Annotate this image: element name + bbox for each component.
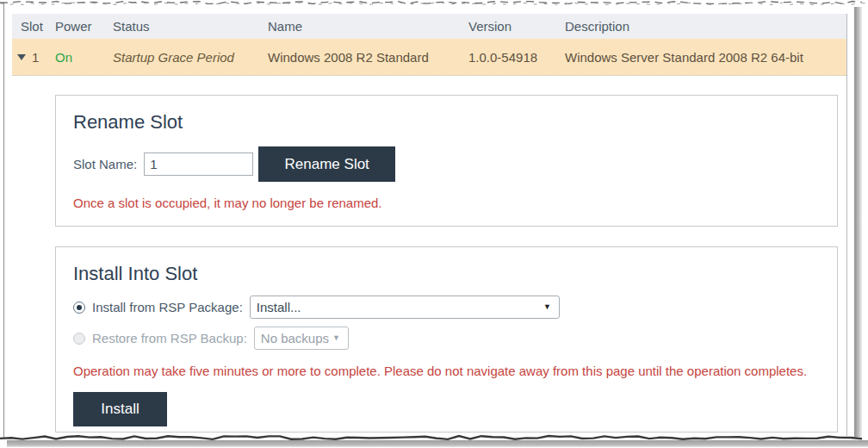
slot-status: Startup Grace Period [113, 50, 234, 65]
collapse-row-icon[interactable] [17, 54, 26, 60]
power-cell: On [55, 50, 113, 65]
status-cell: Startup Grace Period [113, 50, 268, 65]
torn-left-edge [3, 3, 4, 439]
column-header-status: Status [113, 19, 268, 34]
slot-name-label: Slot Name: [73, 157, 137, 171]
column-header-slot: Slot [12, 19, 55, 34]
slot-cell: 1 [12, 50, 55, 65]
column-header-name: Name [268, 19, 468, 34]
column-header-power: Power [55, 19, 113, 34]
rsp-backup-select: No backups ▼ [254, 327, 349, 350]
rename-warning-text: Once a slot is occupied, it may no longe… [73, 196, 837, 210]
install-from-package-radio[interactable] [73, 302, 85, 314]
rsp-backup-select-value: No backups [261, 331, 329, 345]
install-into-slot-panel: Install Into Slot Install from RSP Packa… [55, 246, 838, 432]
power-status: On [55, 50, 72, 65]
install-from-package-label: Install from RSP Package: [92, 300, 243, 314]
page-drop-shadow [854, 7, 862, 437]
rename-slot-title: Rename Slot [73, 111, 837, 134]
restore-from-backup-label: Restore from RSP Backup: [92, 331, 247, 345]
install-into-slot-title: Install Into Slot [73, 263, 837, 285]
rsp-package-select-value: Install... [257, 300, 301, 314]
slot-number: 1 [32, 50, 39, 65]
rsp-package-select[interactable]: Install... ▼ [250, 296, 560, 319]
column-header-version: Version [468, 19, 565, 34]
page: Slot Power Status Name Version Descripti… [4, 5, 855, 437]
version-cell: 1.0.0-54918 [468, 50, 565, 65]
content-area: Slot Power Status Name Version Descripti… [12, 14, 847, 436]
name-cell: Windows 2008 R2 Standard [268, 50, 468, 65]
column-header-description: Description [565, 19, 846, 34]
slot-table-header: Slot Power Status Name Version Descripti… [12, 14, 846, 39]
slot-row[interactable]: 1 On Startup Grace Period Windows 2008 R… [12, 39, 846, 76]
rename-slot-panel: Rename Slot Slot Name: Rename Slot Once … [55, 95, 838, 227]
restore-from-backup-radio [73, 333, 85, 345]
rename-slot-button[interactable]: Rename Slot [258, 146, 395, 182]
install-button[interactable]: Install [73, 392, 167, 426]
description-cell: Windows Server Standard 2008 R2 64-bit [565, 50, 846, 65]
torn-top-edge [0, 0, 868, 7]
dropdown-caret-icon: ▼ [332, 334, 340, 342]
install-warning-text: Operation may take five minutes or more … [73, 364, 837, 378]
slot-name-input[interactable] [144, 152, 253, 176]
dropdown-caret-icon: ▼ [543, 303, 551, 311]
